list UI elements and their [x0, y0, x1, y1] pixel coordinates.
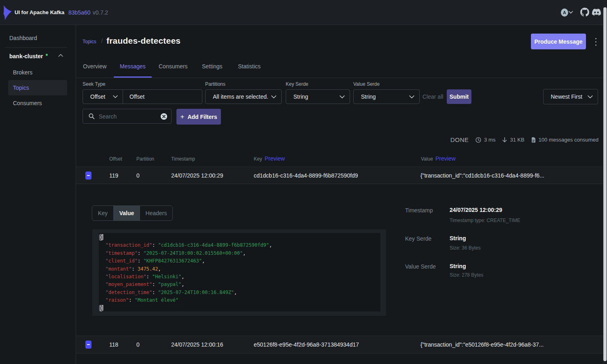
col-header-timestamp: Timestamp	[171, 156, 195, 162]
sidebar-item-brokers[interactable]: Brokers	[0, 65, 76, 80]
discord-icon[interactable]	[592, 8, 601, 17]
offset-input[interactable]	[123, 90, 209, 104]
chevron-down-icon	[588, 95, 593, 99]
produce-message-button[interactable]: Produce Message	[531, 34, 586, 49]
breadcrumb-topics-link[interactable]: Topics	[83, 39, 96, 44]
sidebar-item-dashboard[interactable]: Dashboard	[0, 30, 76, 46]
meta-value-serde-label: Value Serde	[405, 263, 436, 270]
key-serde-value: String	[293, 93, 308, 100]
kafka-ui-logo-icon	[3, 5, 13, 20]
status-elapsed-value: 3 ms	[484, 137, 495, 143]
seek-type-group: Offset	[83, 89, 202, 104]
clock-icon	[475, 137, 481, 143]
seek-type-select[interactable]: Offset	[83, 90, 123, 104]
value-preview-link[interactable]: Preview	[435, 155, 456, 162]
commit-link[interactable]: 83b5a60	[68, 0, 91, 25]
tab-consumers[interactable]: Consumers	[159, 61, 188, 72]
add-filters-label: Add Filters	[187, 114, 217, 120]
partitions-select[interactable]: All items are selected.	[205, 89, 282, 104]
avatar[interactable]: A	[561, 8, 568, 17]
order-select[interactable]: Newest First	[543, 89, 598, 104]
clear-all-link[interactable]: Clear all	[422, 93, 443, 100]
partitions-value: All items are selected.	[213, 93, 268, 100]
cell-offset: 119	[109, 167, 118, 184]
status-size-value: 31 KB	[510, 137, 524, 143]
cell-offset: 118	[109, 336, 118, 353]
meta-timestamp-value: 24/07/2025 12:00:29	[450, 207, 502, 213]
status-state: DONE	[450, 136, 469, 143]
meta-timestamp-label: Timestamp	[405, 207, 433, 214]
detail-tab-headers[interactable]: Headers	[140, 206, 172, 220]
cluster-status-dot	[46, 54, 48, 56]
partitions-label: Partitions	[205, 81, 225, 87]
chevron-down-icon	[409, 95, 414, 99]
kafka-ui-app: UI for Apache Kafka 83b5a60 v0.7.2 A Das…	[0, 0, 607, 364]
chevron-down-icon[interactable]	[569, 11, 573, 14]
seek-type-value: Offset	[90, 93, 105, 100]
submit-button[interactable]: Submit	[447, 89, 471, 104]
sidebar-cluster[interactable]: bank-cluster	[0, 49, 76, 64]
search-icon	[88, 113, 95, 120]
col-header-offset: Offset	[109, 156, 122, 162]
tab-messages[interactable]: Messages	[120, 61, 146, 72]
json-code-viewer[interactable]: { "transaction_id": "cd1dcb16-c316-4da4-…	[99, 233, 380, 311]
table-row: 119 0 24/07/2025 12:00:29 cd1dcb16-c316-…	[76, 167, 607, 184]
col-header-value: Value	[421, 156, 433, 162]
chevron-down-icon	[271, 95, 276, 99]
key-preview-link[interactable]: Preview	[265, 155, 285, 162]
app-title: UI for Apache Kafka	[15, 0, 64, 25]
value-serde-select[interactable]: String	[353, 89, 420, 104]
status-consumed: 100 messages consumed	[531, 137, 599, 143]
tab-overview[interactable]: Overview	[83, 61, 106, 72]
detail-tab-value[interactable]: Value	[113, 206, 140, 220]
collapse-row-button[interactable]	[85, 171, 91, 180]
document-icon	[531, 137, 536, 143]
meta-key-serde-label: Key Serde	[405, 235, 431, 242]
sidebar-divider	[5, 47, 67, 48]
collapse-row-button[interactable]	[85, 341, 91, 349]
meta-value-serde-sub: Size: 278 Bytes	[450, 272, 483, 278]
status-elapsed: 3 ms	[475, 137, 495, 143]
sidebar: Dashboard bank-cluster Brokers Topics Co…	[0, 25, 76, 364]
search-input[interactable]	[99, 113, 161, 120]
add-filters-button[interactable]: + Add Filters	[176, 109, 221, 125]
kebab-menu-icon[interactable]	[592, 34, 599, 49]
key-serde-select[interactable]: String	[286, 89, 350, 104]
sidebar-item-topics[interactable]: Topics	[0, 80, 76, 95]
cell-value-preview: {"transaction_id":"cd1dcb16-c316-4da4-88…	[420, 167, 544, 184]
col-header-partition: Partition	[136, 156, 154, 162]
chevron-down-icon	[340, 95, 345, 99]
order-value: Newest First	[551, 93, 582, 100]
github-icon[interactable]	[580, 8, 589, 17]
meta-timestamp-sub: Timestamp type: CREATE_TIME	[450, 218, 520, 223]
arrow-down-icon	[502, 137, 507, 143]
breadcrumb-separator: /	[101, 38, 103, 44]
seek-type-label: Seek Type	[83, 81, 105, 87]
cell-timestamp: 24/07/2025 12:00:29	[171, 167, 223, 184]
scrollbar-thumb[interactable]	[603, 7, 607, 361]
tab-settings[interactable]: Settings	[202, 61, 223, 72]
cluster-name: bank-cluster	[9, 53, 43, 59]
status-row: DONE 3 ms 31 KB 100 messages consumed	[450, 136, 599, 143]
plus-icon: +	[180, 113, 184, 120]
meta-value-serde-value: String	[450, 263, 466, 269]
status-size: 31 KB	[502, 137, 524, 143]
col-header-key: Key	[254, 156, 262, 162]
version-label: v0.7.2	[93, 0, 108, 25]
cell-key: e50126f8-e95e-4f2d-96a8-371384934d17	[254, 336, 359, 353]
tab-statistics[interactable]: Statistics	[238, 61, 261, 72]
chevron-up-icon	[58, 54, 63, 57]
sidebar-item-consumers[interactable]: Consumers	[0, 95, 76, 111]
cell-value-preview: {"transaction_id":"e50126f8-e95e-4f2d-96…	[420, 336, 543, 353]
status-consumed-value: 100 messages consumed	[539, 137, 599, 143]
cell-key: cd1dcb16-c316-4da4-8899-f6b872590fd9	[254, 167, 358, 184]
detail-tab-key[interactable]: Key	[92, 206, 113, 220]
cell-partition: 0	[136, 167, 140, 184]
value-serde-value: String	[361, 93, 376, 100]
table-row: 118 0 24/07/2025 12:00:16 e50126f8-e95e-…	[76, 336, 607, 353]
search-clear-icon[interactable]	[161, 113, 167, 120]
cell-partition: 0	[136, 336, 140, 353]
cell-timestamp: 24/07/2025 12:00:16	[171, 336, 223, 353]
page-title: fraudes-detectees	[106, 36, 180, 46]
value-serde-label: Value Serde	[353, 81, 380, 87]
